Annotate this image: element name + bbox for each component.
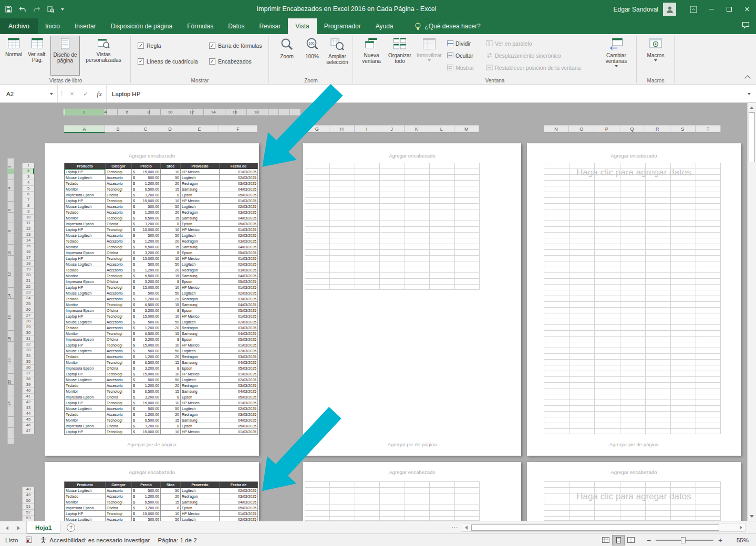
table-cell[interactable]: 8 [161, 221, 181, 227]
table-header-cell[interactable]: Precio [132, 482, 161, 488]
table-cell[interactable]: $6,500.00 [132, 186, 161, 192]
table-cell[interactable]: HP México [181, 256, 220, 261]
column-header[interactable]: L [429, 125, 454, 133]
table-cell[interactable]: Logitech [181, 261, 220, 267]
print-preview-icon[interactable] [47, 6, 54, 13]
table-cell[interactable]: Monitor [65, 244, 106, 250]
table-cell[interactable]: Redragon [181, 325, 220, 331]
table-cell[interactable]: Mouse Logitech [65, 204, 106, 209]
table-cell[interactable]: 01/03/2025 [220, 227, 258, 233]
table-cell[interactable]: 05/03/2025 [220, 337, 258, 342]
table-cell[interactable]: Impresora Epson [65, 221, 106, 227]
macro-record-icon[interactable] [26, 537, 32, 544]
footer-placeholder[interactable]: Agregar pie de página [527, 442, 741, 447]
table-cell[interactable]: 03/03/2025 [220, 354, 258, 360]
table-cell[interactable]: 03/03/2025 [220, 412, 258, 417]
table-cell[interactable]: Samsung [181, 244, 220, 250]
table-cell[interactable]: 01/03/2025 [220, 198, 258, 204]
table-cell[interactable]: Monitor [65, 388, 106, 394]
row-header[interactable]: 16 [23, 249, 34, 255]
table-cell[interactable]: Laptop HP [65, 198, 106, 204]
table-cell[interactable]: $15,000.00 [132, 169, 161, 175]
table-cell[interactable]: Oficina [106, 250, 132, 256]
row-header[interactable]: 41 [23, 394, 34, 400]
table-cell[interactable]: 05/03/2025 [220, 192, 258, 198]
table-cell[interactable]: Laptop HP [65, 342, 106, 348]
table-cell[interactable]: 04/03/2025 [220, 273, 258, 279]
table-cell[interactable]: Laptop HP [65, 511, 106, 517]
table-cell[interactable]: 04/03/2025 [220, 388, 258, 394]
zoom-slider[interactable] [656, 536, 713, 544]
table-cell[interactable]: 01/03/2025 [220, 511, 258, 517]
table-cell[interactable]: Impresora Epson [65, 423, 106, 429]
table-cell[interactable]: Accesorio [106, 348, 132, 354]
tab-bar-ellipsis[interactable]: ⋯ [451, 524, 458, 531]
row-header[interactable]: 40 [23, 388, 34, 394]
user-avatar[interactable] [663, 3, 676, 16]
sheet-tab-hoja1[interactable]: Hoja1 [26, 521, 60, 534]
table-cell[interactable]: 15 [161, 215, 181, 221]
user-name[interactable]: Edgar Sandoval [614, 6, 658, 13]
table-cell[interactable]: $500.00 [132, 175, 161, 181]
row-header[interactable]: 13 [23, 232, 34, 238]
table-cell[interactable]: Accesorio [106, 296, 132, 302]
row-header[interactable]: 28 [23, 319, 34, 324]
column-header[interactable]: R [645, 125, 670, 133]
table-cell[interactable]: Tecnologí [106, 302, 132, 308]
column-header[interactable]: A [64, 125, 105, 133]
tab-programador[interactable]: Programador [317, 18, 368, 34]
table-cell[interactable]: Teclado [65, 412, 106, 417]
table-cell[interactable]: Accesorio [106, 261, 132, 267]
table-cell[interactable]: $3,200.00 [132, 221, 161, 227]
accessibility-status[interactable]: Accesibilidad: es necesario investigar [40, 537, 150, 543]
footer-placeholder[interactable]: Agregar pie de página [45, 442, 259, 447]
table-cell[interactable]: Mouse Logitech [65, 377, 106, 383]
table-cell[interactable]: 05/03/2025 [220, 279, 258, 285]
table-cell[interactable]: Impresora Epson [65, 505, 106, 511]
zoom-selection-button[interactable]: Ampliar selección [324, 36, 350, 76]
table-cell[interactable]: 04/03/2025 [220, 499, 258, 505]
zoom-level[interactable]: 55% [728, 537, 749, 543]
table-cell[interactable]: 02/03/2025 [220, 204, 258, 209]
table-cell[interactable]: $3,200.00 [132, 250, 161, 256]
table-cell[interactable]: 15 [161, 388, 181, 394]
table-cell[interactable]: Redragon [181, 354, 220, 360]
table-cell[interactable]: 8 [161, 308, 181, 313]
table-cell[interactable]: Impresora Epson [65, 279, 106, 285]
table-cell[interactable]: Epson [181, 250, 220, 256]
table-cell[interactable]: 8 [161, 250, 181, 256]
table-cell[interactable]: 10 [161, 342, 181, 348]
row-header[interactable]: 42 [23, 400, 34, 405]
table-cell[interactable]: Mouse Logitech [65, 290, 106, 296]
table-header-cell[interactable]: Proveedo [181, 163, 220, 169]
reset-window-position-button[interactable]: Restablecer posición de la ventana [486, 64, 581, 72]
table-header-cell[interactable]: Precio [132, 163, 161, 169]
table-cell[interactable]: Epson [181, 308, 220, 313]
table-cell[interactable]: Redragon [181, 412, 220, 417]
table-cell[interactable]: 10 [161, 313, 181, 319]
row-header[interactable]: 22 [23, 284, 34, 290]
normal-view-button[interactable]: Normal [3, 36, 24, 76]
table-cell[interactable]: Tecnologí [106, 256, 132, 261]
table-cell[interactable]: 02/03/2025 [220, 488, 258, 494]
column-header[interactable]: J [379, 125, 404, 133]
table-cell[interactable]: Oficina [106, 221, 132, 227]
table-cell[interactable]: 15 [161, 302, 181, 308]
table-cell[interactable]: Oficina [106, 365, 132, 371]
table-cell[interactable]: 04/03/2025 [220, 417, 258, 423]
table-cell[interactable]: Redragon [181, 181, 220, 186]
table-cell[interactable]: Oficina [106, 192, 132, 198]
custom-views-button[interactable]: Vistas personalizadas [81, 36, 126, 76]
table-cell[interactable]: Laptop HP [65, 429, 106, 435]
table-cell[interactable]: $500.00 [132, 517, 161, 521]
table-cell[interactable]: $6,500.00 [132, 273, 161, 279]
table-cell[interactable]: 04/03/2025 [220, 331, 258, 337]
table-cell[interactable]: Tecnologí [106, 273, 132, 279]
table-cell[interactable]: Accesorio [106, 175, 132, 181]
table-cell[interactable]: 8 [161, 423, 181, 429]
table-cell[interactable]: Monitor [65, 331, 106, 337]
table-cell[interactable]: 01/03/2025 [220, 285, 258, 290]
table-cell[interactable]: 15 [161, 331, 181, 337]
table-cell[interactable]: 15 [161, 499, 181, 505]
table-cell[interactable]: Oficina [106, 505, 132, 511]
